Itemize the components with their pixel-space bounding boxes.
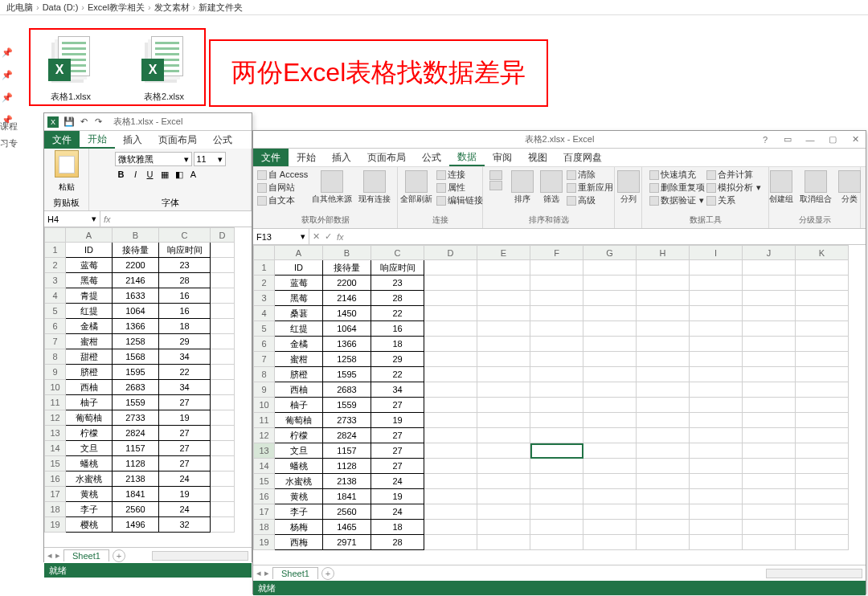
col-header[interactable]: D <box>424 246 477 260</box>
horizontal-scrollbar[interactable] <box>766 569 862 578</box>
fx-icon[interactable]: fx <box>104 214 111 224</box>
bc0[interactable]: 此电脑 <box>6 2 33 14</box>
cell[interactable]: 1568 <box>113 349 159 365</box>
cell[interactable]: 28 <box>371 535 424 550</box>
cell[interactable] <box>583 306 637 321</box>
cell[interactable]: 22 <box>371 367 424 382</box>
cell[interactable] <box>424 474 477 489</box>
filter-button[interactable]: 筛选 <box>538 169 565 206</box>
refresh-all-button[interactable]: 全部刷新 <box>398 169 435 206</box>
cell[interactable] <box>743 535 796 550</box>
cell[interactable] <box>796 367 849 382</box>
cell[interactable]: 2560 <box>323 504 371 520</box>
sheet-nav-next-icon[interactable]: ▸ <box>55 550 60 561</box>
cell[interactable] <box>690 459 743 474</box>
cell[interactable] <box>583 260 637 276</box>
cell[interactable] <box>743 321 796 337</box>
cell[interactable] <box>477 428 530 443</box>
fill-color-button[interactable]: ◧ <box>173 168 186 181</box>
cell[interactable] <box>530 535 583 550</box>
cell[interactable]: 32 <box>159 517 211 533</box>
cell[interactable] <box>211 471 235 487</box>
cell[interactable] <box>690 352 743 367</box>
file-1[interactable]: X 表格1.xlsx <box>39 36 103 103</box>
cell[interactable] <box>743 398 796 413</box>
formula-input[interactable] <box>114 211 252 227</box>
cell[interactable]: 27 <box>159 441 211 456</box>
cell[interactable]: 1258 <box>323 352 371 367</box>
cell[interactable] <box>637 382 690 398</box>
cell[interactable] <box>743 260 796 276</box>
tab-layout[interactable]: 页面布局 <box>359 149 414 166</box>
col-header[interactable]: E <box>477 246 530 260</box>
cell[interactable]: 29 <box>159 334 211 349</box>
from-web-button[interactable]: 自网站 <box>257 182 309 194</box>
reapply-button[interactable]: 重新应用 <box>567 182 613 194</box>
tab-baidu[interactable]: 百度网盘 <box>555 149 610 166</box>
cell[interactable] <box>637 398 690 413</box>
cell[interactable] <box>637 428 690 443</box>
cell[interactable] <box>424 260 477 276</box>
add-sheet-button[interactable]: + <box>321 567 334 580</box>
cell[interactable]: 2560 <box>113 502 159 517</box>
cell[interactable] <box>637 321 690 337</box>
text-to-columns-button[interactable]: 分列 <box>615 169 642 206</box>
advanced-button[interactable]: 高级 <box>567 194 613 206</box>
cell[interactable] <box>690 337 743 352</box>
cell[interactable] <box>211 334 235 349</box>
cell[interactable] <box>796 398 849 413</box>
cell[interactable]: 18 <box>159 319 211 334</box>
row-header[interactable]: 16 <box>45 471 66 487</box>
cell[interactable] <box>796 504 849 520</box>
row-header[interactable]: 7 <box>254 352 275 367</box>
cell[interactable]: 蓝莓 <box>66 258 113 273</box>
cell[interactable]: 27 <box>371 443 424 459</box>
row-header[interactable]: 1 <box>45 243 66 258</box>
cell[interactable]: 红提 <box>275 321 323 337</box>
cell[interactable]: 1633 <box>113 288 159 304</box>
row-header[interactable]: 18 <box>45 502 66 517</box>
sort-button[interactable]: 排序 <box>509 169 536 206</box>
cell[interactable]: 1595 <box>113 365 159 380</box>
cell[interactable] <box>477 276 530 291</box>
cell[interactable]: 接待量 <box>113 243 159 258</box>
breadcrumb[interactable]: 此电脑› Data (D:)› Excel教学相关› 发文素材› 新建文件夹 <box>0 0 868 14</box>
cell[interactable] <box>690 276 743 291</box>
cell[interactable] <box>530 398 583 413</box>
row-header[interactable]: 12 <box>254 428 275 443</box>
ribbon-collapse-icon[interactable]: ▭ <box>779 133 796 146</box>
help-icon[interactable]: ? <box>756 133 774 146</box>
cell[interactable]: 2971 <box>323 535 371 550</box>
cell[interactable]: 1465 <box>323 520 371 535</box>
cell[interactable] <box>637 367 690 382</box>
cell[interactable] <box>530 489 583 504</box>
cell[interactable]: 1128 <box>323 459 371 474</box>
cell[interactable]: 1258 <box>113 334 159 349</box>
cell[interactable]: 脐橙 <box>66 365 113 380</box>
cell[interactable] <box>690 382 743 398</box>
cell[interactable]: 蟠桃 <box>275 459 323 474</box>
cell[interactable] <box>743 337 796 352</box>
col-header[interactable]: C <box>371 246 424 260</box>
tab-file[interactable]: 文件 <box>44 131 80 149</box>
existing-conn-button[interactable]: 现有连接 <box>356 169 393 206</box>
name-box[interactable]: F13▾ <box>253 229 309 244</box>
cell[interactable] <box>690 443 743 459</box>
col-header[interactable]: H <box>637 246 690 260</box>
sheet-tab[interactable]: Sheet1 <box>63 549 109 561</box>
cell[interactable] <box>477 260 530 276</box>
cell[interactable]: 响应时间 <box>371 260 424 276</box>
cell[interactable] <box>690 474 743 489</box>
font-color-button[interactable]: A <box>187 168 200 181</box>
bc2[interactable]: Excel教学相关 <box>88 2 145 14</box>
edit-links-button[interactable]: 编辑链接 <box>436 194 483 206</box>
cell[interactable] <box>477 489 530 504</box>
cell[interactable]: 28 <box>371 291 424 306</box>
sheet-tab[interactable]: Sheet1 <box>272 567 318 579</box>
cell[interactable]: 27 <box>159 395 211 410</box>
cell[interactable] <box>477 520 530 535</box>
cell[interactable] <box>424 291 477 306</box>
cell[interactable]: 34 <box>159 380 211 395</box>
pin-icon[interactable]: 📌 <box>2 92 10 100</box>
cell[interactable] <box>424 398 477 413</box>
